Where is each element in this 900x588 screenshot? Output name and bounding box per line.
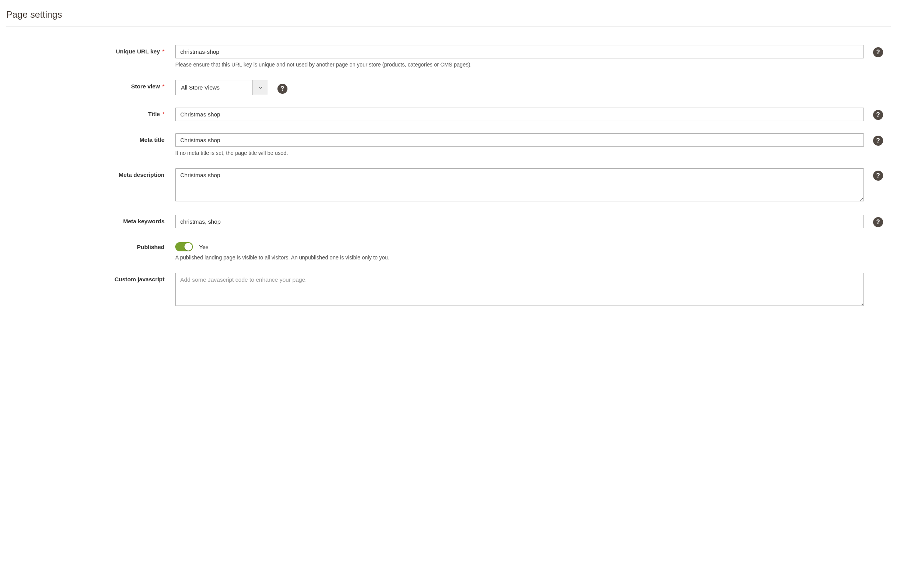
published-label-text: Published <box>137 244 164 250</box>
help-icon[interactable]: ? <box>873 171 883 181</box>
store-view-selected-value: All Store Views <box>176 80 252 95</box>
published-toggle[interactable] <box>175 242 193 251</box>
help-icon[interactable]: ? <box>277 84 287 94</box>
field-meta-description: Meta description ? <box>6 168 891 203</box>
section-title: Page settings <box>6 6 891 26</box>
field-custom-javascript: Custom javascript <box>6 273 891 307</box>
meta-description-label: Meta description <box>6 168 175 178</box>
meta-title-note: If no meta title is set, the page title … <box>175 150 864 156</box>
meta-title-label: Meta title <box>6 133 175 143</box>
title-label: Title* <box>6 108 175 117</box>
help-icon[interactable]: ? <box>873 217 883 227</box>
required-mark-icon: * <box>162 48 164 55</box>
custom-js-label: Custom javascript <box>6 273 175 282</box>
meta-description-textarea[interactable] <box>175 168 864 201</box>
store-view-label: Store view* <box>6 80 175 90</box>
help-icon[interactable]: ? <box>873 136 883 146</box>
store-view-select[interactable]: All Store Views <box>175 80 268 95</box>
meta-title-label-text: Meta title <box>139 136 164 143</box>
section-divider <box>6 26 891 27</box>
field-meta-title: Meta title If no meta title is set, the … <box>6 133 891 156</box>
help-icon[interactable]: ? <box>873 110 883 120</box>
field-meta-keywords: Meta keywords ? <box>6 215 891 228</box>
custom-js-label-text: Custom javascript <box>115 276 164 282</box>
title-label-text: Title <box>148 111 160 117</box>
published-state-label: Yes <box>199 244 208 250</box>
meta-keywords-input[interactable] <box>175 215 864 228</box>
required-mark-icon: * <box>162 83 164 90</box>
url-key-note: Please ensure that this URL key is uniqu… <box>175 61 864 68</box>
meta-title-input[interactable] <box>175 133 864 147</box>
title-input[interactable] <box>175 108 864 121</box>
toggle-knob-icon <box>184 243 192 251</box>
published-note: A published landing page is visible to a… <box>175 254 864 261</box>
chevron-down-icon <box>252 80 268 95</box>
field-title: Title* ? <box>6 108 891 121</box>
meta-description-label-text: Meta description <box>119 171 164 178</box>
store-view-label-text: Store view <box>131 83 160 90</box>
published-label: Published <box>6 241 175 250</box>
required-mark-icon: * <box>162 111 164 117</box>
meta-keywords-label: Meta keywords <box>6 215 175 224</box>
custom-js-textarea[interactable] <box>175 273 864 306</box>
page-settings-form: Page settings Unique URL key* Please ens… <box>0 0 900 335</box>
help-icon[interactable]: ? <box>873 47 883 57</box>
meta-keywords-label-text: Meta keywords <box>123 218 164 224</box>
field-store-view: Store view* All Store Views ? <box>6 80 891 95</box>
field-published: Published Yes A published landing page i… <box>6 241 891 261</box>
url-key-label: Unique URL key* <box>6 45 175 55</box>
field-url-key: Unique URL key* Please ensure that this … <box>6 45 891 68</box>
url-key-label-text: Unique URL key <box>116 48 160 55</box>
url-key-input[interactable] <box>175 45 864 58</box>
